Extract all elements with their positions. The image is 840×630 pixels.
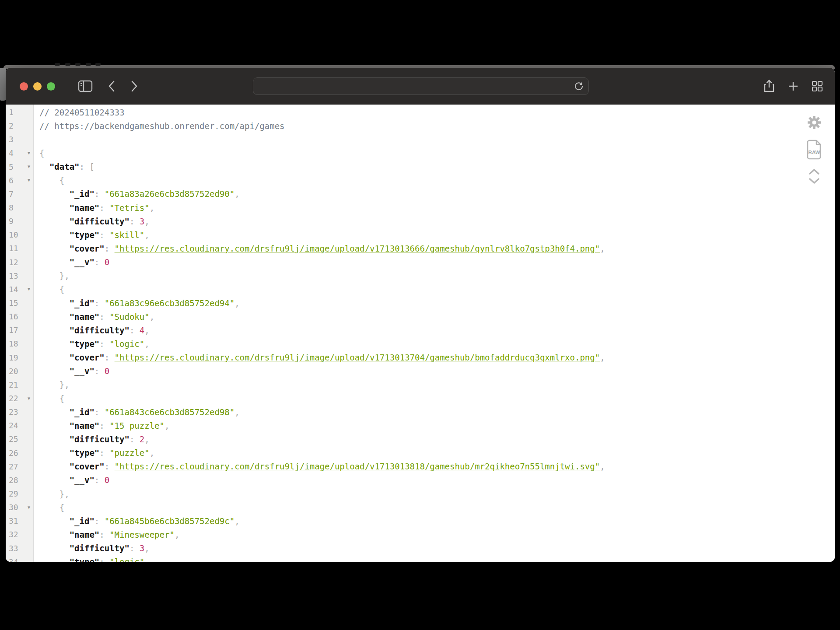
code-line: "_id": "661a83c96e6cb3d85752ed94", bbox=[39, 296, 835, 310]
forward-button[interactable] bbox=[130, 80, 138, 92]
code-line: "__v": 0 bbox=[39, 256, 835, 269]
chevron-right-icon bbox=[130, 80, 138, 92]
cover-url-link[interactable]: "https://res.cloudinary.com/drsfru9lj/im… bbox=[115, 462, 600, 471]
cover-url-link[interactable]: "https://res.cloudinary.com/drsfru9lj/im… bbox=[115, 244, 600, 253]
json-viewer: 1234▼5▼6▼7891011121314▼1516171819202122▼… bbox=[6, 105, 835, 562]
code-token-str: "skill" bbox=[109, 230, 144, 240]
plus-icon bbox=[788, 80, 799, 92]
code-token-punct: , bbox=[150, 203, 154, 213]
back-button[interactable] bbox=[108, 80, 116, 92]
code-token-punct: , bbox=[144, 434, 149, 444]
code-line: // 20240511024333 bbox=[39, 105, 835, 119]
line-number: 16 bbox=[6, 312, 24, 321]
code-token-punct bbox=[39, 462, 70, 471]
collapse-all-button[interactable] bbox=[808, 168, 820, 176]
code-token-str: "puzzle" bbox=[109, 448, 150, 458]
line-number: 26 bbox=[6, 448, 24, 458]
settings-button[interactable] bbox=[806, 114, 822, 132]
code-token-punct: { bbox=[39, 284, 64, 294]
line-number: 17 bbox=[6, 326, 24, 335]
raw-view-button[interactable]: RAW bbox=[806, 140, 822, 161]
code-token-punct bbox=[39, 203, 70, 213]
code-token-str: "661a83a26e6cb3d85752ed90" bbox=[105, 189, 234, 199]
code-line: "type": "skill", bbox=[39, 228, 835, 242]
code-token-punct bbox=[39, 475, 70, 485]
toolbar-right-icons bbox=[763, 68, 823, 105]
code-line: { bbox=[39, 392, 835, 405]
line-number: 3 bbox=[6, 135, 24, 144]
code-token-key: "type" bbox=[70, 339, 100, 349]
share-button[interactable] bbox=[763, 79, 775, 93]
code-token-punct bbox=[39, 407, 70, 417]
code-token-comment: // https://backendgameshub.onrender.com/… bbox=[39, 121, 285, 131]
code-line: "difficulty": 3, bbox=[39, 542, 835, 555]
collapse-caret-icon[interactable]: ▼ bbox=[24, 505, 33, 510]
code-line: "_id": "661a83a26e6cb3d85752ed90", bbox=[39, 187, 835, 201]
collapse-caret-icon[interactable]: ▼ bbox=[24, 151, 33, 155]
viewer-controls: RAW bbox=[806, 114, 822, 186]
code-line: "__v": 0 bbox=[39, 473, 835, 487]
code-token-key: "__v" bbox=[70, 475, 94, 485]
cover-url-link[interactable]: "https://res.cloudinary.com/drsfru9lj/im… bbox=[115, 353, 600, 362]
line-number: 5 bbox=[6, 162, 24, 172]
collapse-caret-icon[interactable]: ▼ bbox=[24, 287, 33, 291]
code-line: "name": "15 puzzle", bbox=[39, 419, 835, 432]
line-number: 25 bbox=[6, 434, 24, 444]
tab-overview-button[interactable] bbox=[811, 80, 823, 92]
code-token-key: "cover" bbox=[70, 462, 105, 471]
code-token-key: "difficulty" bbox=[70, 434, 130, 444]
line-number: 13 bbox=[6, 271, 24, 280]
code-token-key: "cover" bbox=[70, 244, 105, 253]
code-token-punct bbox=[39, 312, 70, 322]
code-token-punct: , bbox=[144, 217, 149, 226]
code-token-punct: }, bbox=[39, 380, 70, 389]
code-token-punct: , bbox=[164, 421, 169, 430]
code-token-punct: , bbox=[600, 462, 605, 471]
code-token-punct: : bbox=[94, 189, 105, 199]
background-window-artifact bbox=[65, 63, 70, 66]
line-number: 18 bbox=[6, 339, 24, 348]
code-token-punct: : bbox=[99, 230, 109, 240]
new-tab-button[interactable] bbox=[788, 80, 799, 92]
collapse-caret-icon[interactable]: ▼ bbox=[24, 178, 33, 182]
code-token-key: "name" bbox=[70, 203, 100, 213]
collapse-caret-icon[interactable]: ▼ bbox=[24, 396, 33, 401]
collapse-caret-icon[interactable]: ▼ bbox=[24, 164, 33, 169]
code-token-key: "_id" bbox=[70, 298, 94, 308]
code-line: "data": [ bbox=[39, 160, 835, 174]
zoom-window-button[interactable] bbox=[47, 82, 55, 91]
code-token-key: "name" bbox=[70, 421, 100, 430]
code-token-key: "name" bbox=[70, 530, 100, 539]
code-token-punct: }, bbox=[39, 489, 70, 499]
code-token-punct bbox=[39, 434, 70, 444]
code-token-key: "__v" bbox=[70, 257, 94, 267]
code-token-key: "__v" bbox=[70, 366, 94, 376]
background-window-artifact bbox=[75, 63, 80, 66]
line-number: 23 bbox=[6, 407, 24, 416]
code-token-key: "_id" bbox=[70, 407, 94, 417]
raw-label: RAW bbox=[808, 150, 820, 155]
code-lines: // 20240511024333// https://backendgames… bbox=[34, 105, 835, 562]
code-token-punct: , bbox=[234, 516, 239, 526]
code-token-str: "logic" bbox=[109, 339, 144, 349]
sidebar-toggle-button[interactable] bbox=[78, 80, 93, 92]
code-token-num: 0 bbox=[105, 257, 109, 267]
code-token-punct bbox=[39, 448, 70, 458]
grid-icon bbox=[811, 80, 823, 92]
code-line: "name": "Minesweeper", bbox=[39, 528, 835, 541]
line-number: 22 bbox=[6, 394, 24, 403]
code-token-punct: , bbox=[234, 189, 239, 199]
expand-all-button[interactable] bbox=[808, 178, 820, 186]
code-token-punct: : [ bbox=[80, 162, 94, 172]
address-bar[interactable] bbox=[253, 77, 589, 95]
code-line: "type": "logic", bbox=[39, 555, 835, 562]
minimize-window-button[interactable] bbox=[33, 82, 42, 91]
code-line: "type": "logic", bbox=[39, 337, 835, 350]
reload-button[interactable] bbox=[574, 81, 584, 91]
line-number: 14 bbox=[6, 285, 24, 294]
code-line: "_id": "661a843c6e6cb3d85752ed98", bbox=[39, 405, 835, 419]
code-token-punct bbox=[39, 530, 70, 539]
code-token-key: "_id" bbox=[70, 516, 94, 526]
close-window-button[interactable] bbox=[20, 82, 28, 91]
background-window-artifact bbox=[95, 63, 101, 66]
